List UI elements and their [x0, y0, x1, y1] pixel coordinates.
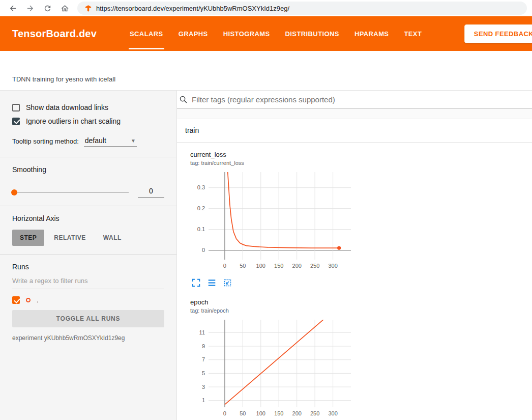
divider [0, 206, 176, 206]
divider [0, 254, 176, 255]
chart-title: current_loss [190, 151, 359, 158]
tooltip-sorting-select[interactable]: default ▼ [84, 136, 137, 147]
chart-tag: tag: train/current_loss [190, 160, 359, 166]
checkbox-unchecked-icon[interactable] [12, 104, 20, 111]
svg-text:1: 1 [202, 397, 205, 403]
tag-filter-input[interactable] [192, 95, 528, 104]
checkbox-checked-icon[interactable] [12, 118, 20, 125]
experiment-title-strip: TDNN training for yesno with icefall [0, 51, 532, 91]
chart-title: epoch [190, 298, 359, 306]
tab-hparams[interactable]: HPARAMS [347, 16, 397, 51]
svg-text:0.1: 0.1 [197, 226, 205, 232]
svg-text:11: 11 [199, 329, 205, 335]
search-icon [179, 95, 188, 104]
svg-text:100: 100 [256, 410, 265, 416]
axis-relative-button[interactable]: RELATIVE [46, 230, 93, 246]
chevron-down-icon: ▼ [131, 138, 136, 144]
svg-text:7: 7 [202, 356, 205, 362]
browser-toolbar: https://tensorboard.dev/experiment/yKUbh… [0, 0, 532, 16]
smoothing-value-input[interactable]: 0 [138, 187, 164, 198]
tab-graphs[interactable]: GRAPHS [171, 16, 216, 51]
tab-histograms[interactable]: HISTOGRAMS [216, 16, 278, 51]
svg-text:50: 50 [240, 263, 246, 269]
svg-text:5: 5 [202, 370, 205, 376]
chart-tag: tag: train/epoch [190, 307, 359, 314]
divider [0, 157, 176, 157]
tab-text[interactable]: TEXT [396, 16, 429, 51]
toggle-all-runs-button[interactable]: TOGGLE ALL RUNS [12, 310, 164, 327]
svg-text:9: 9 [202, 343, 205, 349]
svg-text:150: 150 [274, 410, 283, 416]
svg-text:0: 0 [223, 263, 226, 269]
svg-text:0.2: 0.2 [197, 205, 205, 211]
dashboard-main: train current_loss tag: train/current_lo… [177, 91, 532, 420]
charts-grid: current_loss tag: train/current_loss 00.… [177, 143, 532, 420]
train-tag-card: train current_loss tag: train/current_lo… [177, 119, 532, 420]
show-download-links-checkbox[interactable]: Show data download links [12, 103, 164, 111]
tensorboard-favicon [84, 5, 92, 12]
run-name: . [37, 296, 39, 304]
ignore-outliers-checkbox[interactable]: Ignore outliers in chart scaling [12, 117, 164, 125]
smoothing-label: Smoothing [12, 165, 164, 174]
svg-text:0: 0 [202, 247, 205, 253]
run-color-swatch-icon [26, 298, 31, 302]
experiment-title: TDNN training for yesno with icefall [12, 75, 115, 83]
svg-text:200: 200 [292, 263, 302, 269]
svg-text:250: 250 [310, 410, 319, 416]
expand-chart-icon[interactable] [192, 278, 200, 287]
send-feedback-button[interactable]: SEND FEEDBACK [464, 24, 532, 43]
run-checkbox-icon[interactable] [12, 296, 20, 304]
full-width-icon[interactable] [208, 278, 216, 287]
svg-text:300: 300 [328, 263, 337, 269]
chart-card: epoch tag: train/epoch 13579110501001502… [185, 298, 359, 420]
smoothing-slider[interactable] [12, 192, 129, 193]
fit-domain-icon[interactable] [223, 278, 232, 287]
forward-icon[interactable] [22, 2, 38, 15]
tab-distributions[interactable]: DISTRIBUTIONS [278, 16, 347, 51]
tag-group-title[interactable]: train [177, 119, 532, 143]
address-bar[interactable]: https://tensorboard.dev/experiment/yKUbh… [77, 2, 527, 15]
svg-text:3: 3 [202, 384, 205, 390]
axis-wall-button[interactable]: WALL [96, 230, 129, 246]
svg-text:250: 250 [310, 263, 319, 269]
tag-filter-row [177, 91, 532, 108]
svg-text:100: 100 [256, 263, 265, 269]
run-list-item[interactable]: . [12, 296, 164, 304]
runs-filter-input[interactable] [12, 272, 164, 289]
settings-sidebar: Show data download links Ignore outliers… [0, 91, 177, 420]
chart-toolbar [192, 278, 359, 287]
chart-card: current_loss tag: train/current_loss 00.… [185, 151, 359, 294]
experiment-id-note: experiment yKUbhb5wRmOSXYkId1z9eg [12, 334, 164, 342]
line-chart[interactable]: 1357911050100150200250300 [185, 317, 356, 419]
axis-step-button[interactable]: STEP [12, 230, 44, 246]
svg-text:150: 150 [274, 263, 283, 269]
line-chart[interactable]: 00.10.20.3050100150200250300 [185, 169, 356, 272]
reload-icon[interactable] [40, 2, 55, 15]
svg-text:50: 50 [240, 410, 246, 416]
back-icon[interactable] [5, 2, 20, 15]
app-title[interactable]: TensorBoard.dev [12, 28, 97, 40]
dashboard-tabs: SCALARS GRAPHS HISTOGRAMS DISTRIBUTIONS … [122, 16, 429, 51]
url-text: https://tensorboard.dev/experiment/yKUbh… [96, 5, 289, 12]
runs-label: Runs [12, 263, 164, 271]
slider-thumb[interactable] [11, 189, 17, 195]
app-header: TensorBoard.dev SCALARS GRAPHS HISTOGRAM… [0, 16, 532, 51]
svg-text:0.3: 0.3 [197, 184, 205, 190]
svg-text:200: 200 [292, 410, 302, 416]
tooltip-sorting-label: Tooltip sorting method: [12, 137, 79, 147]
svg-text:300: 300 [328, 410, 337, 416]
horizontal-axis-label: Horizontal Axis [12, 214, 164, 222]
svg-text:0: 0 [223, 410, 226, 416]
tab-scalars[interactable]: SCALARS [122, 16, 171, 51]
home-icon[interactable] [57, 2, 72, 15]
